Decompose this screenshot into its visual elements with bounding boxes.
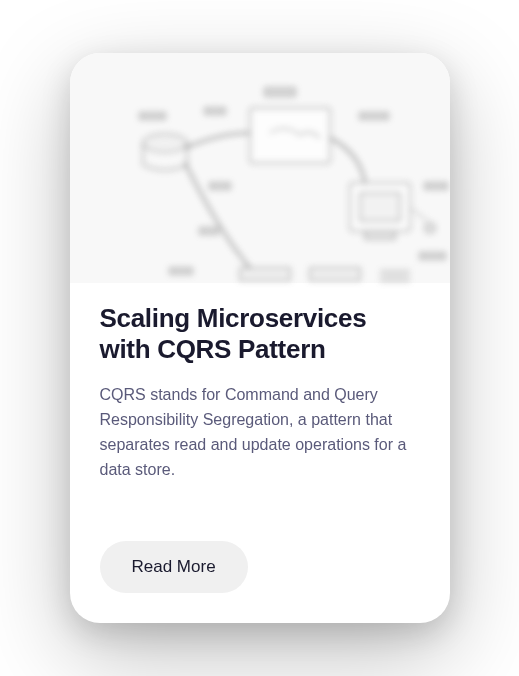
card-description: CQRS stands for Command and Query Respon… [100, 383, 420, 482]
card-content: Scaling Microservices with CQRS Pattern … [70, 283, 450, 623]
article-card: Scaling Microservices with CQRS Pattern … [70, 53, 450, 623]
svg-rect-13 [205, 108, 225, 114]
svg-rect-17 [200, 228, 218, 234]
svg-rect-18 [360, 113, 388, 119]
svg-rect-14 [210, 183, 230, 189]
svg-rect-6 [240, 268, 290, 280]
svg-rect-19 [170, 268, 192, 274]
svg-rect-4 [365, 231, 395, 239]
diagram-icon [70, 53, 450, 283]
svg-point-5 [425, 223, 435, 233]
read-more-button[interactable]: Read More [100, 541, 248, 593]
svg-rect-16 [420, 253, 445, 259]
card-hero-image [70, 53, 450, 283]
svg-point-0 [143, 134, 187, 152]
svg-rect-15 [425, 183, 447, 189]
svg-rect-11 [265, 88, 295, 96]
svg-rect-12 [140, 113, 165, 119]
card-title: Scaling Microservices with CQRS Pattern [100, 303, 420, 365]
svg-rect-7 [310, 268, 360, 280]
svg-rect-3 [360, 193, 400, 221]
